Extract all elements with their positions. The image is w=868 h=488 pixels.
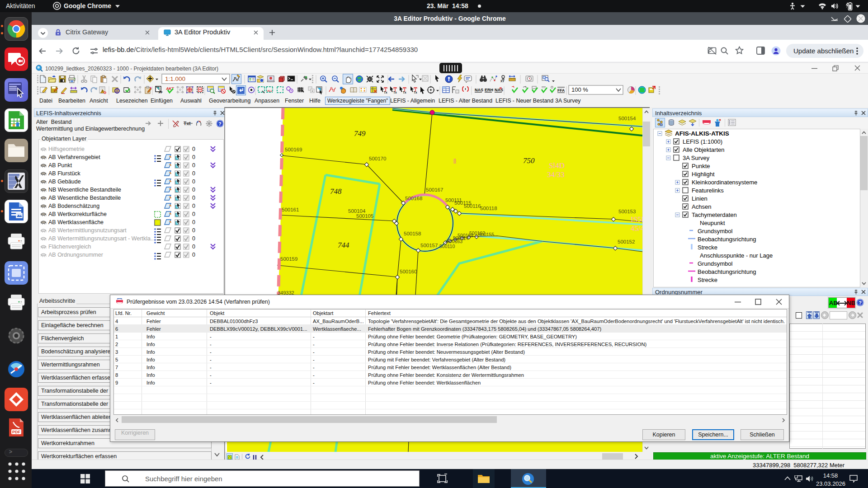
- svg-text:Neupunkt: Neupunkt: [700, 220, 725, 226]
- svg-text:0: 0: [192, 203, 195, 209]
- svg-text:500155: 500155: [478, 232, 494, 237]
- svg-text:Grundsymbol: Grundsymbol: [698, 260, 732, 267]
- svg-text:45/43: 45/43: [631, 224, 642, 233]
- svg-text:0: 0: [192, 154, 195, 160]
- svg-text:0: 0: [192, 146, 195, 152]
- svg-text:Anschlusspunkte - nur Lage: Anschlusspunkte - nur Lage: [700, 252, 773, 259]
- svg-text:Achsen: Achsen: [692, 203, 711, 210]
- svg-text:PDF: PDF: [12, 430, 21, 434]
- svg-text:0: 0: [192, 211, 195, 217]
- svg-text:500159: 500159: [280, 256, 297, 262]
- svg-text:500160: 500160: [400, 269, 417, 274]
- svg-text:LEFIS (1:1000): LEFIS (1:1000): [683, 138, 722, 145]
- svg-text:0: 0: [192, 227, 195, 234]
- svg-text:AB Bodenschätzung: AB Bodenschätzung: [48, 203, 99, 209]
- svg-text:Flächenvergleich: Flächenvergleich: [48, 244, 91, 250]
- svg-text:Linien: Linien: [692, 195, 708, 202]
- svg-text:750: 750: [523, 156, 535, 165]
- svg-text:0: 0: [192, 162, 195, 169]
- svg-text:AB Wesentliche Bestandteile: AB Wesentliche Bestandteile: [48, 195, 121, 201]
- svg-text:AB Gebäude: AB Gebäude: [48, 178, 81, 185]
- svg-text:AB Punkt: AB Punkt: [48, 162, 72, 169]
- svg-text:500167: 500167: [426, 187, 443, 192]
- svg-text:500157: 500157: [420, 243, 438, 248]
- svg-text:0: 0: [192, 178, 195, 185]
- svg-text:500169: 500169: [285, 147, 302, 152]
- svg-text:Kleinkoordinatensysteme: Kleinkoordinatensysteme: [692, 179, 757, 186]
- svg-text:749: 749: [354, 129, 366, 138]
- svg-text:Strecke: Strecke: [698, 244, 717, 251]
- svg-text:100 %: 100 %: [571, 86, 588, 93]
- svg-text:?: ?: [859, 300, 862, 305]
- svg-text:AB Wertkorrekturfläche: AB Wertkorrekturfläche: [48, 211, 107, 217]
- svg-text:0: 0: [192, 195, 195, 201]
- svg-text:500105: 500105: [356, 213, 373, 219]
- svg-text:34/33: 34/33: [547, 170, 565, 179]
- svg-text:0: 0: [192, 187, 195, 193]
- svg-text:Highlight: Highlight: [692, 171, 715, 178]
- svg-text:Tachymeterdaten: Tachymeterdaten: [692, 211, 737, 218]
- svg-text:500118: 500118: [480, 206, 497, 211]
- svg-text:0: 0: [192, 170, 195, 177]
- svg-text:748: 748: [330, 187, 342, 196]
- svg-text:500170: 500170: [369, 156, 386, 161]
- svg-text:500110: 500110: [439, 244, 455, 249]
- svg-text:1:1.000: 1:1.000: [165, 75, 185, 82]
- svg-text:0: 0: [192, 252, 195, 258]
- svg-text:500116: 500116: [464, 203, 481, 209]
- svg-text:Grundsymbol: Grundsymbol: [698, 228, 732, 235]
- svg-text:Hilfsgeometrie: Hilfsgeometrie: [48, 146, 85, 152]
- svg-text:3A Survey: 3A Survey: [683, 155, 710, 161]
- svg-text:Alle Objektarten: Alle Objektarten: [683, 146, 725, 153]
- svg-text:AB Verfahrensgebiet: AB Verfahrensgebiet: [48, 154, 100, 160]
- svg-text:500158: 500158: [404, 231, 421, 236]
- svg-text:Beobachtungsrichtung: Beobachtungsrichtung: [698, 236, 756, 243]
- svg-text:500168: 500168: [405, 196, 422, 201]
- svg-text:NB Wesentliche Bestandteile: NB Wesentliche Bestandteile: [48, 187, 121, 193]
- svg-text:8: 8: [453, 157, 456, 164]
- svg-text:Featurelinks: Featurelinks: [692, 187, 724, 194]
- svg-text:AB Ordnungsnummer: AB Ordnungsnummer: [48, 252, 103, 258]
- svg-text:AB Flurstück: AB Flurstück: [48, 170, 81, 177]
- svg-text:AFIS-ALKIS-ATKIS: AFIS-ALKIS-ATKIS: [675, 130, 729, 137]
- svg-text:0: 0: [192, 219, 195, 225]
- svg-text:?: ?: [218, 121, 222, 127]
- svg-text:0: 0: [192, 244, 195, 250]
- svg-text:500161: 500161: [282, 207, 299, 212]
- svg-text:Sl4D: Sl4D: [549, 161, 565, 170]
- svg-text:AB Wertklassenfläche: AB Wertklassenfläche: [48, 219, 104, 225]
- svg-text:0: 0: [192, 235, 195, 242]
- svg-text:Strecke: Strecke: [698, 277, 717, 283]
- svg-text:500152: 500152: [618, 239, 635, 244]
- svg-text:IS5D: IS5D: [631, 215, 642, 224]
- svg-text:500153: 500153: [618, 209, 636, 214]
- svg-text:Beobachtungsrichtung: Beobachtungsrichtung: [698, 268, 756, 275]
- svg-text:AB Wertermittlungsnutzungsart: AB Wertermittlungsnutzungsart - Wertkla.…: [48, 235, 155, 242]
- svg-text:Punkte: Punkte: [692, 163, 710, 169]
- svg-text:500154: 500154: [618, 116, 636, 121]
- svg-text:AB Wertermittlungsnutzungsart: AB Wertermittlungsnutzungsart: [48, 227, 127, 234]
- svg-text:744: 744: [338, 241, 349, 249]
